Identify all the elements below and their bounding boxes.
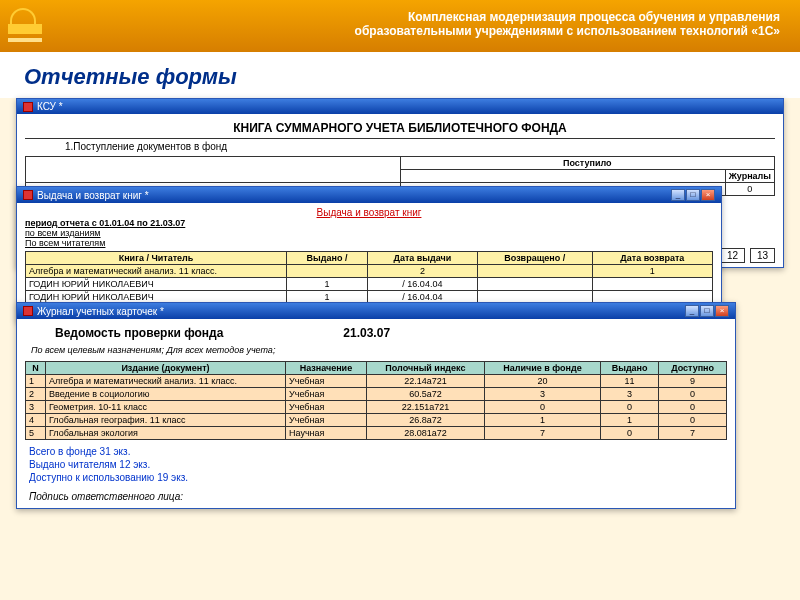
doc-title: КНИГА СУММАРНОГО УЧЕТА БИБЛИОТЕЧНОГО ФОН… [25,118,775,139]
window-journal: Журнал учетных карточек * _ □ × Ведомост… [16,302,736,509]
summary-2: Выдано читателям 12 экз. [25,459,727,472]
table-row: Алгебра и математический анализ. 11 клас… [26,265,713,278]
close-button[interactable]: × [701,189,715,201]
window-title: Выдача и возврат книг * [37,190,149,201]
doc-subtitle: 1.Поступление документов в фонд [25,139,775,156]
filter-1: по всем изданиям [25,228,713,238]
maximize-button[interactable]: □ [700,305,714,317]
app-icon [23,102,33,112]
titlebar-ksu[interactable]: КСУ * [17,99,783,114]
titlebar-journal[interactable]: Журнал учетных карточек * _ □ × [17,303,735,319]
table-row: 3Геометрия. 10-11 классУчебная22.151а721… [26,401,727,414]
report-period: период отчета с 01.01.04 по 21.03.07 [25,218,713,228]
header-line2: образовательными учреждениями с использо… [60,24,780,38]
table-row: 1Алгебра и математический анализ. 11 кла… [26,375,727,388]
journal-table: N Издание (документ) Назначение Полочный… [25,361,727,440]
close-button[interactable]: × [715,305,729,317]
doc-date: 21.03.07 [343,326,390,340]
minimize-button[interactable]: _ [685,305,699,317]
summary-1: Всего в фонде 31 экз. [25,440,727,459]
app-icon [23,190,33,200]
doc-title: Ведомость проверки фонда [55,326,223,340]
cell-12: 12 [720,248,745,263]
app-icon [23,306,33,316]
window-title: КСУ * [37,101,63,112]
title-band: Отчетные формы [0,52,800,98]
cell-13: 13 [750,248,775,263]
header-line1: Комплексная модернизация процесса обучен… [60,10,780,24]
filter-2: По всем читателям [25,238,713,248]
table-row: 2Введение в социологиюУчебная60.5а72330 [26,388,727,401]
minimize-button[interactable]: _ [671,189,685,201]
maximize-button[interactable]: □ [686,189,700,201]
page-title: Отчетные формы [24,64,776,90]
table-row: ГОДИН ЮРИЙ НИКОЛАЕВИЧ1/ 16.04.04 [26,278,713,291]
doc-title: Выдача и возврат книг [25,207,713,218]
app-header: Комплексная модернизация процесса обучен… [0,0,800,52]
table-row: 5Глобальная экологияНаучная28.081а72707 [26,427,727,440]
filter-line: По всем целевым назначениям; Для всех ме… [25,343,727,361]
table-row: 4Глобальная география. 11 классУчебная26… [26,414,727,427]
window-title: Журнал учетных карточек * [37,306,164,317]
signature-line: Подпись ответственного лица: [25,485,727,504]
windows-stage: КСУ * КНИГА СУММАРНОГО УЧЕТА БИБЛИОТЕЧНО… [16,98,784,588]
titlebar-issue[interactable]: Выдача и возврат книг * _ □ × [17,187,721,203]
summary-3: Доступно к использованию 19 экз. [25,472,727,485]
logo-icon [6,4,52,50]
